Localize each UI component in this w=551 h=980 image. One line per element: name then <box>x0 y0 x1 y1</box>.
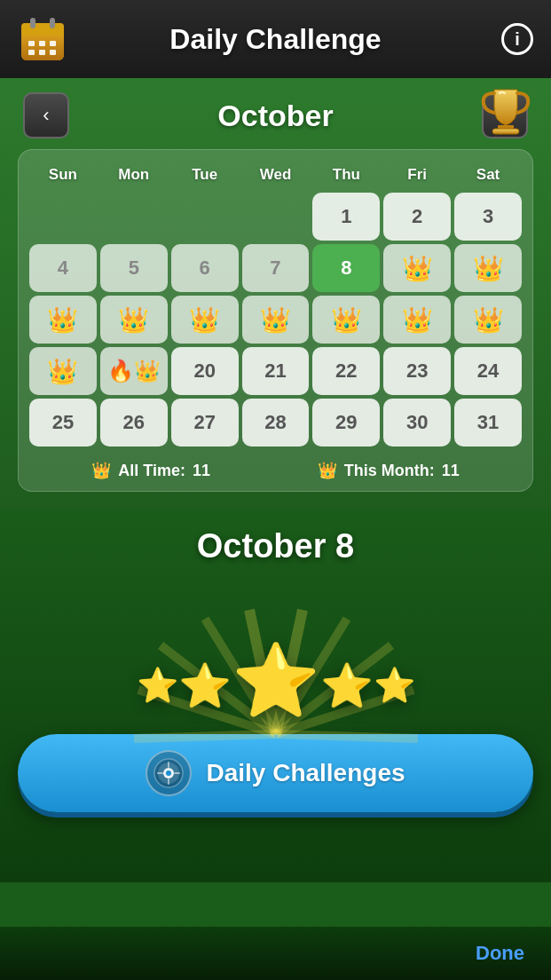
crown-icon: 👑 <box>189 305 220 335</box>
day-cell-25[interactable]: 25 <box>29 399 97 447</box>
day-cell-3[interactable]: 3 <box>454 193 522 241</box>
day-header-sat: Sat <box>454 161 522 189</box>
day-cell-22[interactable]: 22 <box>312 347 380 395</box>
day-cell-7[interactable]: 7 <box>242 244 310 292</box>
this-month-value: 11 <box>442 462 460 480</box>
all-time-value: 11 <box>193 462 210 480</box>
day-cell-13[interactable]: 👑 <box>171 296 239 344</box>
day-cell-8-today[interactable]: 8 <box>312 244 380 292</box>
svg-rect-5 <box>28 41 35 46</box>
month-title: October <box>75 99 476 133</box>
svg-rect-12 <box>492 129 519 134</box>
crown-icon: 👑 <box>473 254 504 283</box>
star-right: ⭐ <box>320 665 374 707</box>
day-cell-4[interactable]: 4 <box>29 244 97 292</box>
svg-line-22 <box>276 734 418 739</box>
day-cell-2[interactable]: 2 <box>383 193 451 241</box>
day-cell-29[interactable]: 29 <box>312 399 380 447</box>
day-cell-15[interactable]: 👑 <box>312 296 380 344</box>
day-cell-empty <box>242 193 310 241</box>
day-header-sun: Sun <box>29 161 97 189</box>
crown-icon: 👑 <box>331 305 362 335</box>
svg-rect-2 <box>21 23 64 36</box>
month-navigation: ‹ October › <box>18 92 533 138</box>
day-cell-11[interactable]: 👑 <box>29 296 97 344</box>
crown-icon: 👑 <box>402 254 433 283</box>
day-cell-5[interactable]: 5 <box>100 244 168 292</box>
star-far-right: ⭐ <box>374 668 415 702</box>
bottom-bar: Done <box>0 927 551 980</box>
day-cell-31[interactable]: 31 <box>454 399 522 447</box>
star-far-left: ⭐ <box>137 668 178 702</box>
svg-rect-4 <box>50 18 55 28</box>
selected-date-title: October 8 <box>18 527 533 565</box>
day-cell-28[interactable]: 28 <box>242 399 310 447</box>
calendar-container: Sun Mon Tue Wed Thu Fri Sat 1 2 3 4 5 6 … <box>18 149 533 492</box>
stats-row: 👑 All Time: 11 👑 This Month: 11 <box>29 461 522 480</box>
svg-point-26 <box>166 771 171 776</box>
calendar-grid: Sun Mon Tue Wed Thu Fri Sat 1 2 3 4 5 6 … <box>29 161 522 447</box>
day-cell-14[interactable]: 👑 <box>242 296 310 344</box>
day-cell-26[interactable]: 26 <box>100 399 168 447</box>
all-time-stat: 👑 All Time: 11 <box>91 461 210 480</box>
crown-stat-icon: 👑 <box>91 461 111 480</box>
day-cell-19-fire[interactable]: 🔥👑 <box>100 347 168 395</box>
day-cell-23[interactable]: 23 <box>383 347 451 395</box>
day-cell-18[interactable]: 👑 <box>29 347 97 395</box>
day-cell-30[interactable]: 30 <box>383 399 451 447</box>
day-cell-empty <box>100 193 168 241</box>
svg-rect-9 <box>39 50 45 55</box>
day-cell-empty <box>171 193 239 241</box>
day-cell-27[interactable]: 27 <box>171 399 239 447</box>
day-cell-20[interactable]: 20 <box>171 347 239 395</box>
svg-rect-3 <box>30 18 35 28</box>
day-header-thu: Thu <box>312 161 380 189</box>
star-center: ⭐ <box>232 645 320 716</box>
day-cell-17[interactable]: 👑 <box>454 296 522 344</box>
day-cell-1[interactable]: 1 <box>312 193 380 241</box>
fire-crown-icon: 🔥👑 <box>107 359 161 383</box>
this-month-stat: 👑 This Month: 11 <box>318 461 460 480</box>
star-left: ⭐ <box>178 665 232 707</box>
svg-rect-7 <box>50 41 56 46</box>
day-cell-9[interactable]: 👑 <box>383 244 451 292</box>
day-header-tue: Tue <box>171 161 239 189</box>
trophy-icon <box>478 84 533 146</box>
music-icon <box>146 750 192 796</box>
crown-stat-icon-2: 👑 <box>318 461 337 480</box>
prev-month-button[interactable]: ‹ <box>23 92 69 138</box>
svg-rect-10 <box>50 50 56 55</box>
calendar-icon <box>18 14 67 64</box>
day-cell-21[interactable]: 21 <box>242 347 310 395</box>
crown-icon: 👑 <box>260 305 291 335</box>
stars-group: ⭐ ⭐ ⭐ ⭐ ⭐ <box>137 645 415 716</box>
crown-icon: 👑 <box>473 305 504 335</box>
crown-icon: 👑 <box>47 357 78 386</box>
daily-challenges-label: Daily Challenges <box>206 759 405 787</box>
crown-icon: 👑 <box>402 305 433 335</box>
done-button[interactable]: Done <box>476 942 524 965</box>
svg-rect-11 <box>498 125 514 129</box>
day-cell-6[interactable]: 6 <box>171 244 239 292</box>
page-title: Daily Challenge <box>169 23 381 56</box>
stars-display: ⭐ ⭐ ⭐ ⭐ ⭐ <box>18 574 533 716</box>
day-cell-16[interactable]: 👑 <box>383 296 451 344</box>
day-header-fri: Fri <box>383 161 451 189</box>
svg-rect-6 <box>39 41 45 46</box>
day-header-wed: Wed <box>242 161 310 189</box>
crown-icon: 👑 <box>47 305 78 335</box>
header: Daily Challenge i <box>0 0 551 78</box>
crown-icon: 👑 <box>118 305 149 335</box>
svg-line-17 <box>134 734 276 739</box>
this-month-label: This Month: <box>344 462 435 480</box>
day-cell-12[interactable]: 👑 <box>100 296 168 344</box>
calendar-section: ‹ October › <box>0 78 551 510</box>
day-cell-10[interactable]: 👑 <box>454 244 522 292</box>
day-cell-empty <box>29 193 97 241</box>
all-time-label: All Time: <box>118 462 185 480</box>
day-header-mon: Mon <box>100 161 168 189</box>
bottom-section: October 8 <box>0 510 551 882</box>
svg-rect-8 <box>28 50 35 55</box>
day-cell-24[interactable]: 24 <box>454 347 522 395</box>
info-button[interactable]: i <box>501 23 533 55</box>
